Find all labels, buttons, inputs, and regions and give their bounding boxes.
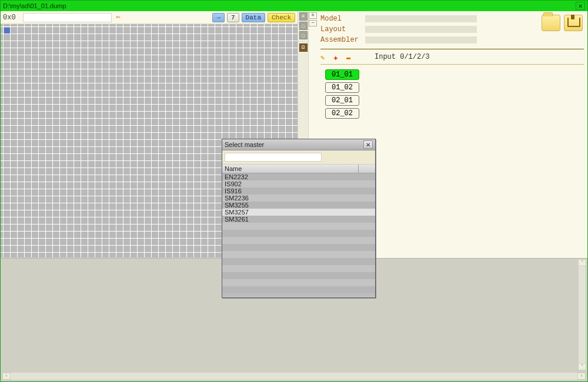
vertical-scrollbar[interactable]: ˄ ˅ bbox=[578, 259, 586, 371]
gutter-btn-1[interactable]: ≡ bbox=[299, 12, 308, 21]
dialog-header-row: Name bbox=[222, 165, 375, 173]
pencil-icon[interactable]: ✎ bbox=[320, 53, 328, 61]
gutter-btn-2[interactable]: ◌ bbox=[299, 22, 308, 30]
remove-icon[interactable]: ▬ bbox=[346, 53, 353, 61]
input-mode-label: Input 0/1/2/3 bbox=[375, 53, 430, 61]
dump-chip-list: 01_01 01_02 02_01 02_02 bbox=[320, 69, 584, 119]
layout-value[interactable] bbox=[365, 26, 477, 33]
goto-button[interactable]: → bbox=[212, 13, 225, 22]
dialog-row[interactable]: SM3255 bbox=[222, 202, 375, 209]
layout-label: Layout bbox=[320, 25, 362, 33]
assembler-label: Assembler bbox=[320, 36, 362, 44]
window-close-button[interactable]: ✕ bbox=[576, 2, 585, 10]
dialog-titlebar: Select master ✕ bbox=[222, 139, 375, 150]
dialog-search-row bbox=[222, 150, 375, 165]
scroll-up-icon[interactable]: ˄ bbox=[578, 259, 586, 266]
dialog-row[interactable]: EN2232 bbox=[222, 173, 375, 180]
dialog-col-extra[interactable] bbox=[359, 165, 375, 173]
dialog-row bbox=[222, 265, 375, 272]
scroll-left-icon[interactable]: ‹ bbox=[2, 373, 11, 380]
gutter-btn-3[interactable]: ◌ bbox=[299, 31, 308, 39]
dialog-close-button[interactable]: ✕ bbox=[363, 140, 373, 149]
dialog-row bbox=[222, 258, 375, 265]
dialog-row bbox=[222, 272, 375, 279]
gutter-collapse-button[interactable]: − bbox=[309, 20, 317, 26]
dialog-row bbox=[222, 237, 375, 244]
dialog-col-name[interactable]: Name bbox=[222, 165, 359, 173]
gutter-btn-4[interactable]: Ω bbox=[299, 43, 308, 52]
dialog-title: Select master bbox=[225, 141, 264, 148]
hex-toolbar: 0x0 ✄ → 7 Data Check bbox=[1, 11, 298, 24]
cut-icon[interactable]: ✄ bbox=[114, 14, 122, 22]
dialog-row bbox=[222, 230, 375, 237]
model-value[interactable] bbox=[365, 15, 477, 22]
titlebar: D:\my\sd\01_01.dump ✕ bbox=[1, 1, 587, 11]
input-toolbar: ✎ ✚ ▬ Input 0/1/2/3 bbox=[320, 52, 584, 62]
dialog-row[interactable]: SM2236 bbox=[222, 195, 375, 202]
chip-02-02[interactable]: 02_02 bbox=[325, 108, 359, 119]
chip-01-01[interactable]: 01_01 bbox=[325, 69, 359, 80]
chip-01-02[interactable]: 01_02 bbox=[325, 82, 359, 93]
save-icon[interactable] bbox=[564, 15, 583, 31]
dialog-row bbox=[222, 279, 375, 286]
dialog-row[interactable]: IS902 bbox=[222, 180, 375, 187]
add-icon[interactable]: ✚ bbox=[333, 53, 340, 61]
chip-02-01[interactable]: 02_01 bbox=[325, 95, 359, 106]
dialog-row bbox=[222, 286, 375, 293]
select-master-dialog: Select master ✕ Name EN2232IS902IS916SM2… bbox=[222, 139, 376, 298]
width-button[interactable]: 7 bbox=[227, 13, 239, 22]
dialog-row[interactable]: SM3257 bbox=[222, 209, 375, 216]
model-label: Model bbox=[320, 15, 362, 23]
gutter-expand-button[interactable]: + bbox=[309, 12, 317, 19]
dialog-row bbox=[222, 244, 375, 251]
address-input[interactable] bbox=[23, 13, 112, 22]
dialog-row bbox=[222, 223, 375, 230]
dialog-row[interactable]: SM3261 bbox=[222, 216, 375, 223]
dialog-row[interactable]: IS916 bbox=[222, 187, 375, 195]
data-button[interactable]: Data bbox=[242, 13, 265, 22]
assembler-value[interactable] bbox=[365, 36, 477, 43]
horizontal-scrollbar[interactable]: ‹ › bbox=[2, 372, 586, 380]
grid-cursor-cell bbox=[4, 28, 10, 33]
window-title: D:\my\sd\01_01.dump bbox=[3, 2, 66, 9]
scroll-down-icon[interactable]: ˅ bbox=[578, 363, 586, 370]
dialog-row bbox=[222, 251, 375, 258]
address-prefix-label: 0x0 bbox=[3, 14, 21, 22]
scroll-right-icon[interactable]: › bbox=[577, 373, 586, 380]
dialog-search-input[interactable] bbox=[225, 153, 322, 162]
open-folder-icon[interactable] bbox=[542, 15, 560, 31]
check-button[interactable]: Check bbox=[268, 13, 295, 22]
